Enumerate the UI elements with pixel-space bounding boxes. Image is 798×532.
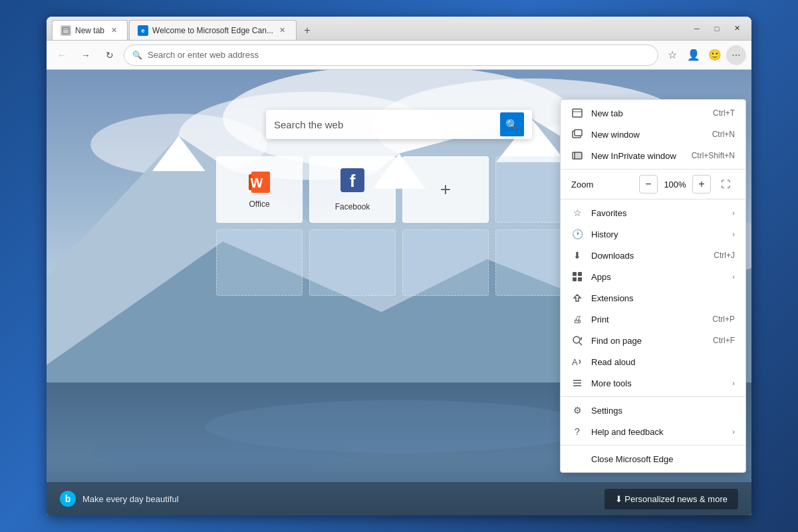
tab-new-tab[interactable]: New tab ✕ [52, 20, 128, 40]
tab-edge-welcome[interactable]: e Welcome to Microsoft Edge Can... ✕ [129, 20, 297, 40]
menu-new-window-icon [571, 128, 583, 140]
menu-more-tools-label: More tools [591, 378, 724, 388]
browser-window: New tab ✕ e Welcome to Microsoft Edge Ca… [47, 17, 751, 515]
menu-inprivate-shortcut: Ctrl+Shift+N [692, 151, 735, 160]
svg-rect-28 [573, 272, 577, 276]
menu-extensions-label: Extensions [591, 293, 735, 303]
menu-item-downloads[interactable]: ⬇ Downloads Ctrl+J [561, 245, 745, 266]
refresh-button[interactable]: ↻ [100, 45, 120, 65]
svg-rect-27 [575, 152, 582, 159]
menu-inprivate-icon [571, 150, 583, 162]
tile-empty-2[interactable] [216, 229, 303, 296]
menu-new-window-shortcut: Ctrl+N [712, 130, 735, 139]
close-button[interactable]: ✕ [728, 21, 746, 36]
svg-rect-30 [573, 277, 577, 281]
address-search-icon: 🔍 [132, 51, 142, 60]
zoom-increase-button[interactable]: + [692, 175, 711, 194]
page-search-box[interactable]: Search the web 🔍 [266, 110, 532, 139]
menu-apps-label: Apps [591, 272, 724, 282]
edge-tab-icon: e [138, 25, 148, 36]
svg-point-32 [573, 336, 580, 343]
menu-find-icon [571, 334, 583, 346]
tile-empty-4[interactable] [402, 229, 489, 296]
menu-inprivate-label: New InPrivate window [591, 151, 684, 161]
menu-item-close-edge[interactable]: Close Microsoft Edge [561, 448, 745, 469]
news-button[interactable]: ⬇ Personalized news & more [604, 489, 738, 509]
zoom-value: 100% [663, 180, 687, 190]
menu-new-tab-label: New tab [591, 108, 705, 118]
address-input[interactable]: 🔍 Search or enter web address [124, 45, 658, 66]
zoom-fullscreen-button[interactable]: ⛶ [716, 175, 735, 194]
svg-point-15 [90, 436, 355, 471]
menu-item-new-window[interactable]: New window Ctrl+N [561, 124, 745, 145]
menu-read-aloud-icon: A [571, 356, 583, 368]
zoom-decrease-button[interactable]: − [639, 175, 658, 194]
tab-new-tab-label: New tab [75, 26, 104, 35]
tab-new-tab-close[interactable]: ✕ [108, 25, 119, 36]
svg-rect-31 [578, 277, 582, 281]
tile-add[interactable]: + [402, 156, 489, 223]
menu-divider-2 [561, 199, 745, 200]
svg-rect-29 [578, 272, 582, 276]
menu-item-read-aloud[interactable]: A Read aloud [561, 351, 745, 372]
tile-office-label: Office [249, 200, 269, 209]
menu-settings-label: Settings [591, 406, 735, 416]
svg-line-33 [579, 342, 582, 345]
toolbar-actions: ☆ 👤 🙂 ··· [662, 45, 746, 65]
page-search-placeholder: Search the web [274, 119, 495, 130]
menu-item-extensions[interactable]: Extensions [561, 287, 745, 309]
menu-item-inprivate[interactable]: New InPrivate window Ctrl+Shift+N [561, 145, 745, 166]
menu-more-tools-arrow: › [732, 379, 735, 387]
minimize-button[interactable]: ─ [688, 21, 706, 36]
tab-edge-close[interactable]: ✕ [277, 25, 288, 36]
zoom-control: Zoom − 100% + ⛶ [561, 172, 745, 196]
menu-new-window-label: New window [591, 130, 704, 140]
menu-item-settings[interactable]: ⚙ Settings [561, 400, 745, 421]
menu-downloads-label: Downloads [591, 251, 706, 261]
menu-extensions-icon [571, 292, 583, 304]
menu-help-arrow: › [732, 428, 735, 436]
tile-empty-3[interactable] [309, 229, 396, 296]
tile-office[interactable]: W Office [216, 156, 303, 223]
maximize-button[interactable]: □ [708, 21, 726, 36]
favorites-star-button[interactable]: ☆ [662, 45, 682, 65]
page-search-button[interactable]: 🔍 [500, 112, 524, 136]
menu-new-tab-icon [571, 107, 583, 119]
back-button[interactable]: ← [52, 45, 72, 65]
menu-print-label: Print [591, 315, 704, 325]
facebook-icon: f [340, 168, 364, 197]
menu-history-label: History [591, 229, 724, 239]
profile-button[interactable]: 👤 [684, 45, 704, 65]
menu-item-help[interactable]: ? Help and feedback › [561, 421, 745, 442]
menu-item-new-tab[interactable]: New tab Ctrl+T [561, 102, 745, 124]
menu-item-find[interactable]: Find on page Ctrl+F [561, 330, 745, 351]
menu-read-aloud-label: Read aloud [591, 357, 735, 367]
menu-help-label: Help and feedback [591, 427, 724, 437]
svg-text:W: W [251, 176, 263, 190]
menu-print-icon: 🖨 [571, 313, 583, 325]
emoji-button[interactable]: 🙂 [705, 45, 725, 65]
bottom-bar: b Make every day beautiful ⬇ Personalize… [47, 482, 751, 515]
forward-button[interactable]: → [76, 45, 96, 65]
menu-item-print[interactable]: 🖨 Print Ctrl+P [561, 309, 745, 330]
settings-menu-button[interactable]: ··· [726, 45, 746, 65]
window-controls: ─ □ ✕ [688, 21, 746, 36]
menu-close-edge-icon [571, 453, 583, 465]
address-input-text: Search or enter web address [148, 50, 259, 60]
menu-item-history[interactable]: 🕐 History › [561, 223, 745, 245]
menu-favorites-icon: ☆ [571, 207, 583, 219]
svg-rect-21 [573, 109, 582, 117]
tile-facebook[interactable]: f Facebook [309, 156, 396, 223]
svg-text:A: A [572, 357, 578, 367]
desktop: New tab ✕ e Welcome to Microsoft Edge Ca… [0, 0, 798, 532]
menu-apps-icon [571, 271, 583, 283]
menu-item-apps[interactable]: Apps › [561, 266, 745, 287]
menu-item-more-tools[interactable]: More tools › [561, 372, 745, 394]
svg-text:f: f [350, 171, 356, 191]
menu-item-favorites[interactable]: ☆ Favorites › [561, 202, 745, 223]
page-content: Search the web 🔍 W Office [47, 70, 751, 515]
new-tab-button[interactable]: + [298, 21, 317, 40]
menu-divider-3 [561, 396, 745, 397]
new-tab-page-icon [61, 25, 71, 36]
add-icon: + [440, 179, 451, 200]
